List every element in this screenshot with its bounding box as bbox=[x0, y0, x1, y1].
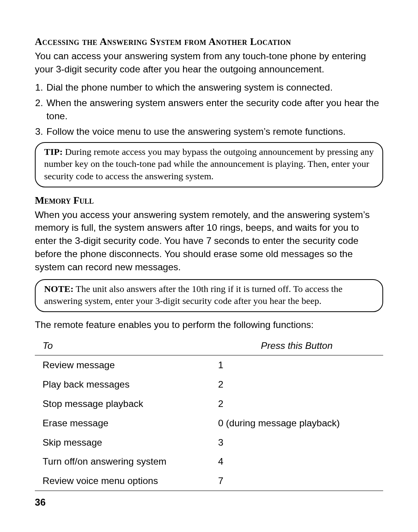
table-row: Stop message playback 2 bbox=[35, 394, 383, 414]
table-cell-action: Turn off/on answering system bbox=[35, 452, 210, 471]
table-cell-action: Play back messages bbox=[35, 375, 210, 394]
note-callout: NOTE: The unit also answers after the 10… bbox=[35, 279, 383, 312]
table-intro: The remote feature enables you to perfor… bbox=[35, 318, 383, 331]
table-cell-button: 2 bbox=[210, 394, 383, 414]
tip-callout: TIP: During remote access you may bypass… bbox=[35, 142, 383, 187]
tip-label: TIP: bbox=[44, 147, 63, 157]
table-cell-button: 0 (during message playback) bbox=[210, 414, 383, 433]
table-row: Review message 1 bbox=[35, 355, 383, 375]
table-cell-action: Review message bbox=[35, 355, 210, 375]
note-body: The unit also answers after the 10th rin… bbox=[44, 284, 343, 306]
document-page: Accessing the Answering System from Anot… bbox=[0, 0, 418, 532]
memory-full-paragraph: When you access your answering system re… bbox=[35, 208, 383, 274]
table-row: Play back messages 2 bbox=[35, 375, 383, 394]
table-row: Skip message 3 bbox=[35, 433, 383, 452]
table-row: Review voice menu options 7 bbox=[35, 471, 383, 491]
note-label: NOTE: bbox=[44, 284, 74, 294]
steps-list: Dial the phone number to which the answe… bbox=[35, 81, 383, 138]
table-cell-action: Erase message bbox=[35, 414, 210, 433]
section-heading-memory-full: Memory Full bbox=[35, 194, 383, 208]
table-row: Turn off/on answering system 4 bbox=[35, 452, 383, 471]
table-cell-button: 1 bbox=[210, 355, 383, 375]
remote-functions-table: To Press this Button Review message 1 Pl… bbox=[35, 337, 383, 491]
table-cell-button: 7 bbox=[210, 471, 383, 491]
table-cell-action: Stop message playback bbox=[35, 394, 210, 414]
section-heading-accessing: Accessing the Answering System from Anot… bbox=[35, 35, 383, 49]
table-cell-action: Review voice menu options bbox=[35, 471, 210, 491]
table-header-press: Press this Button bbox=[210, 337, 383, 355]
table-header-to: To bbox=[35, 337, 210, 355]
page-number: 36 bbox=[35, 496, 46, 509]
tip-body: During remote access you may bypass the … bbox=[44, 147, 374, 181]
table-cell-action: Skip message bbox=[35, 433, 210, 452]
step-item: When the answering system answers enter … bbox=[46, 96, 383, 123]
table-row: Erase message 0 (during message playback… bbox=[35, 414, 383, 433]
table-cell-button: 4 bbox=[210, 452, 383, 471]
table-cell-button: 2 bbox=[210, 375, 383, 394]
step-item: Follow the voice menu to use the answeri… bbox=[46, 125, 383, 138]
intro-paragraph: You can access your answering system fro… bbox=[35, 50, 383, 76]
table-cell-button: 3 bbox=[210, 433, 383, 452]
step-item: Dial the phone number to which the answe… bbox=[46, 81, 383, 94]
